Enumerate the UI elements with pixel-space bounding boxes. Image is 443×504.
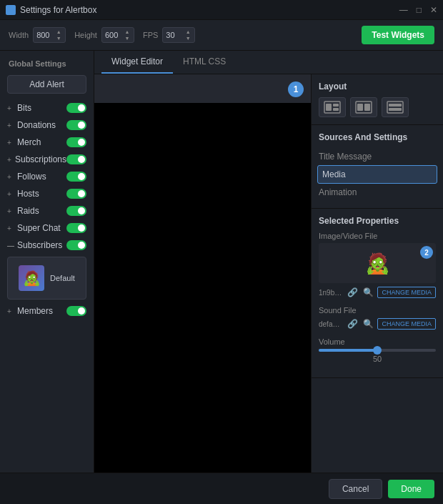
image-link-button[interactable]: 🔗: [346, 286, 359, 299]
layout-icon-3[interactable]: [382, 97, 409, 117]
minimize-button[interactable]: —: [399, 6, 408, 14]
height-input[interactable]: 600 ▲ ▼: [101, 27, 134, 43]
title-bar-left: Settings for Alertbox: [6, 5, 96, 15]
height-group: Height 600 ▲ ▼: [74, 27, 134, 43]
image-filename: 1n9bK...: [319, 289, 343, 297]
subscriptions-toggle[interactable]: [66, 154, 86, 164]
svg-rect-2: [326, 104, 332, 111]
volume-slider-track[interactable]: [319, 349, 436, 352]
toolbar: Width 800 ▲ ▼ Height 600 ▲ ▼ FPS 30 ▲ ▼: [0, 20, 443, 51]
fps-up-arrow[interactable]: ▲: [184, 29, 191, 35]
sound-file-row: default... 🔗 🔍 CHANGE MEDIA: [319, 317, 436, 330]
sidebar-item-raids[interactable]: + Raids: [0, 202, 94, 219]
fps-down-arrow[interactable]: ▼: [184, 36, 191, 41]
height-down-arrow[interactable]: ▼: [124, 36, 131, 41]
width-input[interactable]: 800 ▲ ▼: [33, 27, 66, 43]
main-layout: Global Settings Add Alert + Bits + Donat…: [0, 51, 443, 503]
test-widgets-button[interactable]: Test Widgets: [362, 26, 434, 44]
app-icon: [6, 5, 16, 15]
bits-toggle[interactable]: [66, 103, 86, 113]
layout-icons: [319, 97, 436, 117]
width-down-arrow[interactable]: ▼: [55, 36, 62, 41]
follows-toggle[interactable]: [66, 172, 86, 182]
tab-html-css[interactable]: HTML CSS: [173, 51, 236, 74]
step-badge-2: 2: [420, 246, 433, 259]
content-area: Widget Editor HTML CSS 1 Layout: [94, 51, 443, 503]
image-search-button[interactable]: 🔍: [362, 286, 374, 299]
image-video-row: 1n9bK... 🔗 🔍 CHANGE MEDIA: [319, 286, 436, 299]
width-up-arrow[interactable]: ▲: [55, 29, 62, 35]
fps-input[interactable]: 30 ▲ ▼: [162, 27, 195, 43]
subscriptions-label: Subscriptions: [15, 154, 66, 164]
donations-toggle[interactable]: [66, 120, 86, 130]
super-chat-label: Super Chat: [17, 223, 66, 233]
close-button[interactable]: ✕: [430, 6, 437, 14]
image-video-preview: 🧟 2: [319, 243, 436, 283]
merch-toggle[interactable]: [66, 137, 86, 147]
window-controls[interactable]: — □ ✕: [399, 6, 437, 14]
tab-widget-editor[interactable]: Widget Editor: [101, 51, 173, 74]
members-toggle[interactable]: [66, 306, 86, 316]
svg-rect-0: [7, 6, 14, 14]
sidebar-item-hosts[interactable]: + Hosts: [0, 185, 94, 202]
global-settings-label: Global Settings: [0, 56, 94, 72]
height-arrows[interactable]: ▲ ▼: [124, 29, 131, 41]
volume-slider-fill: [319, 349, 377, 352]
selected-properties-section: Selected Properties Image/Video File 🧟 2…: [312, 209, 443, 378]
sound-link-button[interactable]: 🔗: [346, 317, 359, 330]
sidebar-item-super-chat[interactable]: + Super Chat: [0, 219, 94, 237]
height-up-arrow[interactable]: ▲: [124, 29, 131, 35]
svg-rect-9: [389, 104, 402, 107]
cancel-button[interactable]: Cancel: [329, 479, 382, 499]
source-media[interactable]: Media: [317, 165, 437, 184]
sidebar-item-subscribers[interactable]: — Subscribers: [0, 237, 94, 254]
volume-slider-thumb[interactable]: [373, 346, 382, 355]
footer: Cancel Done: [0, 473, 443, 504]
layout-section: Layout: [312, 74, 443, 125]
add-alert-button[interactable]: Add Alert: [7, 75, 86, 94]
members-label: Members: [17, 306, 66, 316]
layout-icon-1[interactable]: [319, 97, 346, 117]
sources-section: Sources And Settings Title Message Media…: [312, 125, 443, 209]
height-value: 600: [105, 31, 118, 39]
done-button[interactable]: Done: [388, 480, 434, 498]
sidebar-item-bits[interactable]: + Bits: [0, 99, 94, 117]
sidebar-item-donations[interactable]: + Donations: [0, 117, 94, 134]
maximize-button[interactable]: □: [417, 6, 422, 14]
super-chat-toggle[interactable]: [66, 223, 86, 233]
image-change-media-button[interactable]: CHANGE MEDIA: [377, 287, 436, 298]
merch-label: Merch: [17, 137, 66, 147]
bits-label: Bits: [17, 103, 66, 113]
height-label: Height: [74, 31, 97, 39]
sound-search-button[interactable]: 🔍: [362, 317, 374, 330]
sidebar-item-follows[interactable]: + Follows: [0, 168, 94, 185]
fps-label: FPS: [143, 31, 158, 39]
sidebar-item-merch[interactable]: + Merch: [0, 134, 94, 151]
expand-icon-super-chat: +: [7, 224, 14, 232]
width-group: Width 800 ▲ ▼: [9, 27, 66, 43]
subscribers-label: Subscribers: [17, 240, 66, 250]
sidebar: Global Settings Add Alert + Bits + Donat…: [0, 51, 94, 503]
sidebar-item-subscriptions[interactable]: + Subscriptions: [0, 151, 94, 168]
sidebar-item-members[interactable]: + Members: [0, 302, 94, 320]
fps-arrows[interactable]: ▲ ▼: [184, 29, 191, 41]
expand-icon-hosts: +: [7, 190, 14, 198]
source-animation[interactable]: Animation: [319, 184, 436, 201]
subscribers-toggle[interactable]: [66, 240, 86, 250]
volume-value: 50: [319, 355, 436, 363]
preview-canvas: [94, 103, 311, 503]
raids-toggle[interactable]: [66, 206, 86, 216]
sound-change-media-button[interactable]: CHANGE MEDIA: [377, 318, 436, 330]
follows-label: Follows: [17, 172, 66, 182]
layout-title: Layout: [319, 81, 436, 92]
volume-section: Volume 50: [319, 337, 436, 363]
default-thumbnail[interactable]: 🧟 Default: [7, 257, 86, 300]
svg-rect-10: [389, 108, 402, 111]
hosts-toggle[interactable]: [66, 189, 86, 199]
thumbnail-sprite: 🧟: [19, 265, 44, 291]
expand-icon-subscribers: —: [7, 242, 14, 249]
layout-icon-2[interactable]: [350, 97, 377, 117]
width-arrows[interactable]: ▲ ▼: [55, 29, 62, 41]
source-title-message[interactable]: Title Message: [319, 148, 436, 165]
expand-icon-follows: +: [7, 173, 14, 181]
